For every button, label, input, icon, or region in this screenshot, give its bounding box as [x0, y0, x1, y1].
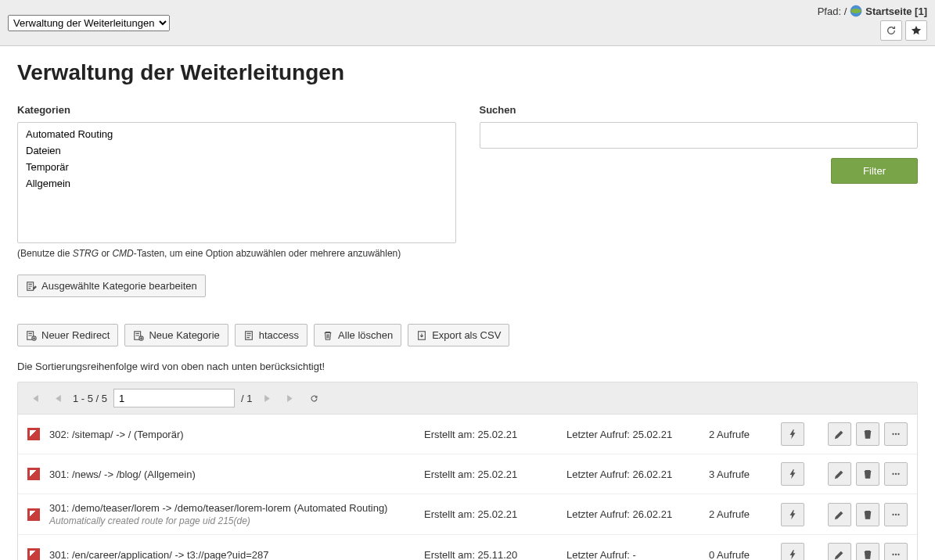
categories-select[interactable]: Automated Routing Dateien Temporär Allge… — [17, 122, 456, 243]
more-button[interactable] — [884, 462, 908, 486]
item-actions — [781, 543, 908, 560]
redirect-list: 302: /sitemap/ -> / (Temporär)Erstellt a… — [17, 415, 918, 560]
item-hits: 2 Aufrufe — [709, 508, 771, 520]
path-label: Pfad: / — [818, 5, 847, 17]
topbar: Verwaltung der Weiterleitungen Pfad: / S… — [0, 0, 935, 46]
edit-category-button[interactable]: Ausgewählte Kategorie bearbeiten — [17, 275, 206, 297]
item-created: Erstellt am: 25.02.21 — [424, 508, 557, 520]
bolt-button[interactable] — [781, 503, 804, 526]
new-redirect-button[interactable]: Neuer Redirect — [17, 324, 118, 346]
export-csv-button[interactable]: Export als CSV — [408, 324, 509, 346]
categories-label: Kategorien — [17, 104, 456, 116]
svg-point-17 — [895, 513, 897, 515]
more-button[interactable] — [884, 422, 908, 446]
sort-hint: Die Sortierungsreihenfolge wird von oben… — [17, 361, 918, 372]
search-label: Suchen — [480, 104, 919, 116]
item-hits: 0 Aufrufe — [709, 549, 771, 561]
svg-point-12 — [897, 433, 899, 435]
item-main: 301: /news/ -> /blog/ (Allgemein) — [49, 468, 415, 480]
svg-point-15 — [897, 473, 899, 475]
redirect-icon — [27, 548, 40, 560]
edit-button[interactable] — [828, 503, 851, 526]
pager-prev[interactable] — [49, 389, 67, 407]
delete-button[interactable] — [856, 422, 879, 446]
bolt-button[interactable] — [781, 543, 804, 560]
delete-button[interactable] — [856, 462, 879, 486]
pager-total: / 1 — [241, 393, 252, 404]
svg-point-20 — [895, 554, 897, 555]
pager-first[interactable] — [26, 389, 43, 407]
globe-icon — [850, 5, 862, 17]
item-title: 302: /sitemap/ -> / (Temporär) — [49, 429, 415, 440]
edit-button[interactable] — [828, 462, 851, 486]
path-page[interactable]: Startseite [1] — [865, 5, 927, 17]
search-input[interactable] — [480, 122, 919, 149]
item-actions — [781, 462, 908, 486]
filter-button[interactable]: Filter — [831, 158, 918, 184]
item-main: 301: /demo/teaser/lorem -> /demo/teaser/… — [49, 502, 415, 526]
pager-last[interactable] — [282, 389, 300, 407]
action-row: Neuer Redirect Neue Kategorie htaccess A… — [17, 324, 918, 346]
pager-next[interactable] — [259, 389, 276, 407]
bolt-button[interactable] — [781, 422, 804, 446]
breadcrumb: Pfad: / Startseite [1] — [818, 5, 927, 17]
item-main: 301: /en/career/application/ -> t3://pag… — [49, 549, 415, 561]
item-title: 301: /demo/teaser/lorem -> /demo/teaser/… — [49, 502, 415, 514]
svg-point-10 — [892, 433, 894, 435]
item-actions — [781, 503, 908, 526]
pager-range: 1 - 5 / 5 — [73, 393, 107, 404]
pager-page-input[interactable] — [113, 389, 235, 407]
svg-point-14 — [895, 473, 897, 475]
svg-point-13 — [892, 473, 894, 475]
pager: 1 - 5 / 5 / 1 — [17, 382, 918, 415]
item-lastcall: Letzter Aufruf: - — [566, 549, 699, 561]
item-hits: 2 Aufrufe — [709, 429, 771, 440]
item-created: Erstellt am: 25.02.21 — [424, 429, 557, 440]
pager-reload[interactable] — [306, 389, 323, 407]
item-lastcall: Letzter Aufruf: 26.02.21 — [566, 508, 699, 520]
item-lastcall: Letzter Aufruf: 25.02.21 — [566, 429, 699, 440]
delete-all-button[interactable]: Alle löschen — [314, 324, 401, 346]
redirect-icon — [27, 468, 40, 480]
svg-point-11 — [895, 433, 897, 435]
item-lastcall: Letzter Aufruf: 26.02.21 — [566, 468, 699, 480]
item-hits: 3 Aufrufe — [709, 468, 771, 480]
svg-point-1 — [850, 9, 861, 13]
item-actions — [781, 422, 908, 446]
list-item: 301: /en/career/application/ -> t3://pag… — [18, 535, 917, 560]
bolt-button[interactable] — [781, 462, 804, 486]
list-item: 301: /news/ -> /blog/ (Allgemein)Erstell… — [18, 454, 917, 494]
item-subtitle: Automatically created route for page uid… — [49, 515, 415, 526]
content: Verwaltung der Weiterleitungen Kategorie… — [0, 46, 935, 560]
new-category-button[interactable]: Neue Kategorie — [124, 324, 228, 346]
reload-button[interactable] — [880, 20, 902, 41]
categories-hint: (Benutze die STRG or CMD-Tasten, um eine… — [17, 248, 456, 259]
svg-point-16 — [892, 513, 894, 515]
svg-point-21 — [897, 554, 899, 555]
page-title: Verwaltung der Weiterleitungen — [17, 60, 918, 85]
more-button[interactable] — [884, 543, 908, 560]
item-main: 302: /sitemap/ -> / (Temporär) — [49, 429, 415, 440]
item-title: 301: /news/ -> /blog/ (Allgemein) — [49, 468, 415, 480]
list-item: 302: /sitemap/ -> / (Temporär)Erstellt a… — [18, 415, 917, 454]
redirect-icon — [27, 428, 40, 440]
edit-button[interactable] — [828, 422, 851, 446]
edit-button[interactable] — [828, 543, 851, 560]
module-selector[interactable]: Verwaltung der Weiterleitungen — [8, 15, 170, 31]
htaccess-button[interactable]: htaccess — [235, 324, 307, 346]
bookmark-button[interactable] — [905, 20, 927, 41]
svg-point-19 — [892, 554, 894, 555]
redirect-icon — [27, 508, 40, 521]
more-button[interactable] — [884, 503, 908, 526]
svg-point-18 — [897, 513, 899, 515]
delete-button[interactable] — [856, 503, 879, 526]
item-created: Erstellt am: 25.11.20 — [424, 549, 557, 561]
list-item: 301: /demo/teaser/lorem -> /demo/teaser/… — [18, 494, 917, 535]
item-created: Erstellt am: 25.02.21 — [424, 468, 557, 480]
delete-button[interactable] — [856, 543, 879, 560]
topbar-right: Pfad: / Startseite [1] — [818, 5, 927, 41]
item-title: 301: /en/career/application/ -> t3://pag… — [49, 549, 415, 561]
